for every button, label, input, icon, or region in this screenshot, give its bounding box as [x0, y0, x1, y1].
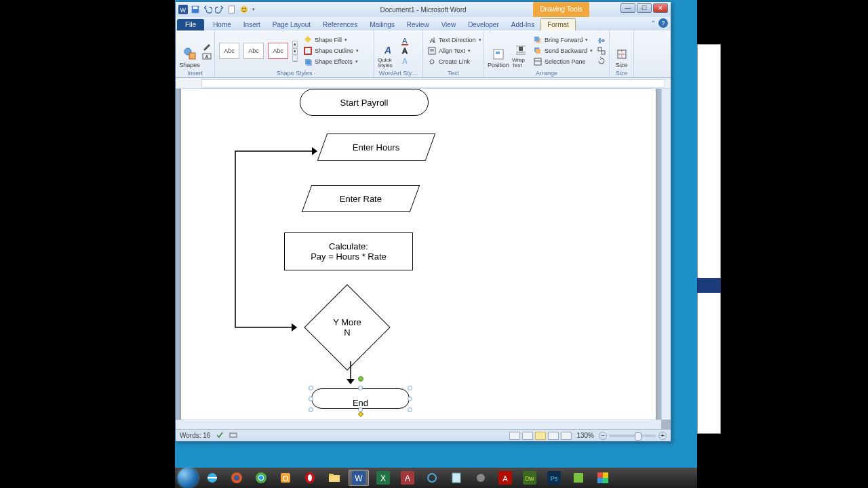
shape-outline-button[interactable]: Shape Outline▾	[302, 45, 360, 56]
close-button[interactable]: ✕	[653, 3, 668, 13]
send-backward-button[interactable]: Send Backward▾	[532, 45, 594, 56]
undo-icon[interactable]	[203, 5, 212, 14]
tab-addins[interactable]: Add-Ins	[505, 19, 540, 30]
view-outline[interactable]	[548, 432, 559, 440]
taskbar-app-generic-2[interactable]	[471, 470, 491, 486]
redo-icon[interactable]	[215, 5, 224, 14]
taskbar-app-generic-4[interactable]	[593, 470, 613, 486]
text-outline-icon[interactable]: A	[400, 46, 410, 56]
taskbar-app-generic-1[interactable]	[422, 470, 442, 486]
position-button[interactable]: Position	[487, 32, 510, 70]
help-icon[interactable]: ?	[658, 18, 668, 28]
horizontal-ruler[interactable]	[176, 78, 671, 89]
shapes-gallery-button[interactable]: Shapes	[178, 32, 201, 70]
selection-handle-w[interactable]	[309, 396, 313, 401]
taskbar-chrome[interactable]	[251, 470, 271, 486]
shape-effects-button[interactable]: Shape Effects▾	[302, 56, 360, 67]
taskbar-dreamweaver[interactable]: Dw	[519, 470, 540, 486]
style-gallery-down[interactable]: ▾	[292, 48, 298, 55]
selection-handle-e[interactable]	[408, 396, 412, 401]
taskbar-word[interactable]: W	[349, 470, 369, 486]
style-gallery-up[interactable]: ▴	[292, 41, 298, 47]
shape-fill-button[interactable]: Shape Fill▾	[302, 35, 360, 45]
taskbar-ie[interactable]	[202, 470, 222, 486]
taskbar-app-generic-3[interactable]	[568, 470, 589, 486]
text-fill-icon[interactable]: A	[400, 36, 410, 45]
taskbar-adobe-reader[interactable]: A	[495, 470, 515, 486]
tab-format[interactable]: Format	[540, 18, 576, 30]
maximize-button[interactable]: ☐	[637, 3, 652, 13]
horizontal-scrollbar[interactable]	[176, 420, 661, 429]
taskbar-excel[interactable]: X	[373, 470, 393, 486]
rotate-objects-icon[interactable]	[597, 56, 606, 66]
selection-handle-nw[interactable]	[309, 386, 313, 390]
taskbar-opera[interactable]	[300, 470, 320, 486]
adjustment-handle[interactable]	[358, 411, 363, 417]
tab-view[interactable]: View	[435, 19, 462, 30]
edit-shape-icon[interactable]	[202, 41, 212, 51]
start-button[interactable]	[178, 468, 198, 488]
quick-styles-button[interactable]: A Quick Styles	[377, 32, 399, 70]
proofing-icon[interactable]	[216, 431, 224, 441]
new-doc-icon[interactable]	[227, 5, 237, 14]
taskbar-firefox[interactable]	[226, 470, 247, 486]
selection-pane-button[interactable]: Selection Pane	[532, 56, 594, 67]
minimize-ribbon-icon[interactable]: ⌃	[650, 20, 656, 27]
size-button[interactable]: Size	[612, 32, 631, 70]
emoji-icon[interactable]	[239, 5, 249, 14]
zoom-in-button[interactable]: +	[658, 432, 667, 440]
taskbar-explorer[interactable]	[324, 470, 344, 486]
windows-taskbar[interactable]: O W X A A Dw Ps	[175, 468, 697, 488]
flowchart-loop-arrow[interactable]	[232, 147, 320, 337]
view-full-screen[interactable]	[522, 432, 533, 440]
align-objects-icon[interactable]	[597, 36, 606, 45]
wrap-text-button[interactable]: Wrap Text	[511, 32, 530, 70]
flowchart-end-terminator[interactable]: End	[311, 388, 410, 409]
macro-icon[interactable]	[229, 431, 237, 441]
minimize-button[interactable]: —	[620, 3, 635, 13]
vertical-scrollbar[interactable]	[661, 89, 671, 420]
flowchart-start-terminator[interactable]: Start Payroll	[300, 89, 429, 116]
qat-dropdown-icon[interactable]: ▾	[252, 7, 255, 12]
flowchart-down-arrow[interactable]	[344, 361, 357, 388]
view-print-layout[interactable]	[509, 432, 520, 440]
align-text-button[interactable]: Align Text▾	[426, 45, 483, 56]
rotation-handle[interactable]	[358, 376, 363, 382]
zoom-slider[interactable]	[609, 434, 656, 437]
selection-handle-sw[interactable]	[309, 407, 313, 412]
text-box-icon[interactable]: A	[202, 52, 212, 61]
tab-home[interactable]: Home	[207, 19, 237, 30]
word-count[interactable]: Words: 16	[180, 432, 210, 439]
taskbar-outlook[interactable]: O	[275, 470, 296, 486]
shape-style-3[interactable]: Abc	[268, 43, 288, 59]
tab-page-layout[interactable]: Page Layout	[267, 19, 317, 30]
text-effects-icon[interactable]: A	[400, 56, 410, 66]
view-draft[interactable]	[561, 432, 572, 440]
zoom-out-button[interactable]: −	[599, 432, 607, 440]
taskbar-access[interactable]: A	[397, 470, 418, 486]
view-web-layout[interactable]	[535, 432, 546, 440]
document-page[interactable]: Start Payroll Enter Hours Enter Rate Cal…	[181, 89, 656, 429]
taskbar-photoshop[interactable]: Ps	[544, 470, 564, 486]
style-gallery-more[interactable]: ⎯	[292, 56, 298, 62]
selection-handle-n[interactable]	[358, 386, 363, 390]
tab-insert[interactable]: Insert	[237, 19, 267, 30]
zoom-level[interactable]: 130%	[576, 432, 594, 439]
taskbar-notepad[interactable]	[446, 470, 467, 486]
save-icon[interactable]	[191, 5, 200, 14]
group-objects-icon[interactable]	[597, 46, 606, 56]
title-bar[interactable]: W ▾ Document1 - Microsoft Word Drawing T…	[176, 2, 671, 17]
create-link-button[interactable]: Create Link	[426, 56, 483, 67]
tab-references[interactable]: References	[317, 19, 363, 30]
shape-style-2[interactable]: Abc	[243, 43, 264, 59]
shape-style-1[interactable]: Abc	[219, 43, 239, 59]
tab-review[interactable]: Review	[401, 19, 435, 30]
selection-handle-se[interactable]	[408, 407, 412, 412]
tab-mailings[interactable]: Mailings	[363, 19, 401, 30]
flowchart-input-hours[interactable]: Enter Hours	[317, 134, 436, 161]
tab-file[interactable]: File	[177, 19, 204, 30]
bring-forward-button[interactable]: Bring Forward▾	[532, 35, 594, 45]
tab-developer[interactable]: Developer	[462, 19, 505, 30]
selection-handle-ne[interactable]	[408, 386, 412, 390]
text-direction-button[interactable]: AText Direction▾	[426, 35, 483, 45]
